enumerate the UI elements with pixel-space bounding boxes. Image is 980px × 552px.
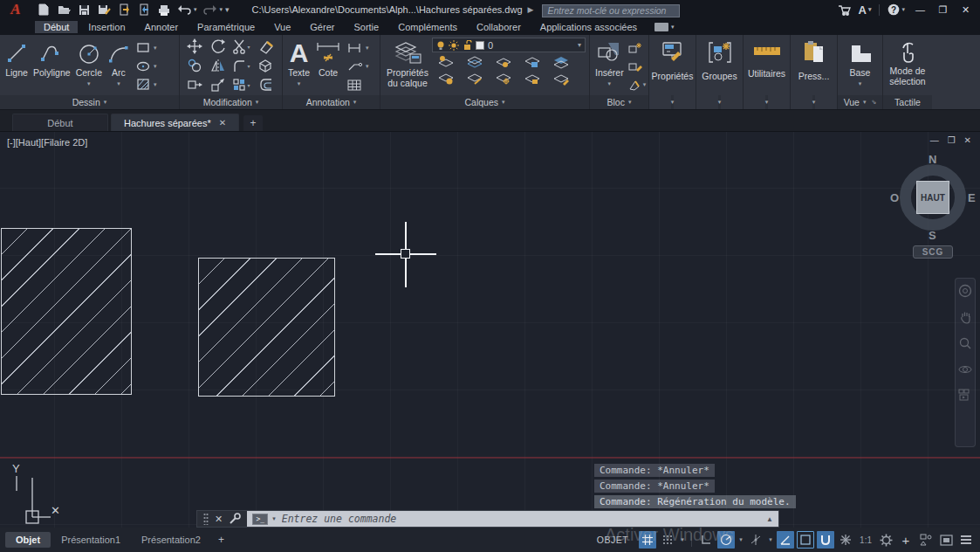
- polar-dropdown-icon[interactable]: ▾: [737, 536, 744, 543]
- layout-tab-presentation2[interactable]: Présentation2: [131, 532, 211, 548]
- new-file-icon[interactable]: [37, 3, 51, 17]
- panel-utilitaires-footer[interactable]: ▾: [765, 95, 769, 109]
- viewport-close-icon[interactable]: ✕: [964, 135, 971, 145]
- file-tab-close-icon[interactable]: ✕: [219, 118, 226, 128]
- layer-tool-icon[interactable]: [466, 55, 483, 69]
- plot-icon[interactable]: [157, 3, 171, 17]
- search-input[interactable]: [542, 4, 680, 17]
- fillet-button[interactable]: ▾: [232, 58, 250, 73]
- viewcube-south[interactable]: S: [929, 229, 936, 242]
- showmotion-icon[interactable]: [958, 389, 972, 401]
- tab-complements[interactable]: Compléments: [389, 21, 466, 33]
- offset-button[interactable]: [257, 77, 273, 93]
- isolate-objects-icon[interactable]: [917, 531, 935, 549]
- save-icon[interactable]: [77, 3, 91, 17]
- tab-parametrique[interactable]: Paramétrique: [188, 21, 264, 33]
- autocad-logo-icon[interactable]: A: [0, 0, 31, 19]
- trim-button[interactable]: ▾: [232, 38, 250, 54]
- polar-tracking-toggle[interactable]: [717, 531, 735, 549]
- customization-plus-icon[interactable]: +: [897, 531, 915, 549]
- tab-sortie[interactable]: Sortie: [345, 21, 387, 33]
- panel-dessin-footer[interactable]: Dessin▾: [0, 95, 179, 109]
- insert-block-button[interactable]: Insérer ▾: [593, 38, 627, 91]
- line-button[interactable]: Ligne: [3, 38, 31, 79]
- tab-debut[interactable]: Début: [35, 21, 78, 33]
- new-drawing-tab-button[interactable]: +: [243, 115, 263, 131]
- arc-button[interactable]: Arc ▾: [105, 38, 133, 91]
- text-button[interactable]: A Texte ▾: [285, 38, 312, 91]
- save-to-mobile-icon[interactable]: [137, 3, 151, 17]
- tab-vue[interactable]: Vue: [265, 21, 299, 33]
- pan-icon[interactable]: [959, 310, 972, 324]
- viewcube-west[interactable]: O: [890, 191, 899, 204]
- redo-icon[interactable]: [203, 3, 217, 17]
- autodesk-account-icon[interactable]: A▾: [859, 3, 872, 17]
- base-view-button[interactable]: Base ▾: [845, 38, 876, 91]
- open-file-icon[interactable]: [57, 3, 71, 17]
- command-input[interactable]: [280, 512, 762, 526]
- hatched-rectangle-1[interactable]: [1, 228, 132, 395]
- command-close-icon[interactable]: ✕: [215, 514, 223, 525]
- panel-pressepapiers-footer[interactable]: ▾: [812, 95, 816, 109]
- orbit-icon[interactable]: [958, 362, 972, 376]
- navigation-wheel-icon[interactable]: [958, 284, 972, 298]
- panel-groupes-footer[interactable]: ▾: [718, 95, 722, 109]
- dynamic-input-toggle[interactable]: [777, 531, 794, 549]
- tab-applications-associees[interactable]: Applications associées: [531, 21, 646, 33]
- tab-insertion[interactable]: Insertion: [79, 21, 134, 33]
- viewport-restore-icon[interactable]: ❐: [948, 135, 956, 145]
- drawing-canvas[interactable]: [-][Haut][Filaire 2D] — ❐ ✕ N S O E HAUT…: [0, 132, 980, 528]
- command-input-field[interactable]: >_ ▾ ▲: [247, 511, 778, 527]
- viewcube[interactable]: N S O E HAUT: [889, 154, 977, 241]
- object-snap-toggle[interactable]: [817, 531, 834, 549]
- command-prompt-dropdown-icon[interactable]: ▾: [272, 515, 276, 522]
- zoom-icon[interactable]: [958, 336, 972, 350]
- hatch-button[interactable]: ▾: [136, 76, 157, 93]
- layer-properties-button[interactable]: Propriétés du calque: [383, 38, 432, 90]
- tab-collaborer[interactable]: Collaborer: [468, 21, 530, 33]
- panel-launcher-icon[interactable]: ⇘: [871, 99, 876, 106]
- define-attributes-button[interactable]: ▾: [628, 76, 647, 93]
- snap-dropdown-icon[interactable]: ▾: [679, 536, 686, 543]
- create-block-button[interactable]: [628, 39, 647, 57]
- layer-tool-icon[interactable]: [524, 55, 541, 69]
- restore-button[interactable]: ❐: [935, 3, 950, 17]
- circle-dropdown-icon[interactable]: ▾: [87, 79, 91, 89]
- panel-proprietes[interactable]: Propriétés ▾: [649, 35, 696, 109]
- minimize-button[interactable]: —: [913, 3, 928, 17]
- edit-block-button[interactable]: [628, 58, 647, 75]
- close-button[interactable]: ✕: [958, 3, 973, 17]
- arc-dropdown-icon[interactable]: ▾: [117, 79, 120, 89]
- undo-icon[interactable]: [177, 3, 191, 17]
- layer-tool-icon[interactable]: [552, 55, 570, 69]
- viewcube-top-face[interactable]: HAUT: [916, 181, 949, 214]
- layer-tool-icon[interactable]: [495, 72, 512, 86]
- app-store-cart-icon[interactable]: [838, 4, 851, 16]
- open-from-mobile-icon[interactable]: [117, 3, 131, 17]
- layer-tool-icon[interactable]: [437, 55, 455, 69]
- file-tab-debut[interactable]: Début: [12, 114, 108, 131]
- insert-dropdown-icon[interactable]: ▾: [608, 79, 612, 89]
- base-dropdown-icon[interactable]: ▾: [859, 79, 862, 89]
- hatched-rectangle-2[interactable]: [198, 258, 335, 397]
- panel-modification-footer[interactable]: Modification▾: [180, 95, 282, 109]
- help-icon[interactable]: ?▾: [887, 3, 905, 16]
- panel-groupes[interactable]: Groupes ▾: [696, 35, 744, 109]
- file-tab-hachures[interactable]: Hachures séparées*✕: [111, 114, 239, 131]
- object-snap-tracking-toggle[interactable]: [747, 531, 764, 549]
- panel-vue-footer[interactable]: Vue▾⇘: [838, 95, 882, 109]
- layer-tool-icon[interactable]: [524, 72, 541, 86]
- layer-tool-icon[interactable]: [552, 72, 570, 86]
- viewport-minimize-icon[interactable]: —: [930, 135, 939, 145]
- annotation-scale-label[interactable]: 1:1: [857, 535, 874, 545]
- erase-button[interactable]: [257, 38, 273, 54]
- snap-toggle[interactable]: [659, 531, 676, 549]
- layer-tool-icon[interactable]: [495, 55, 512, 69]
- customization-menu-icon[interactable]: [957, 531, 975, 549]
- stretch-button[interactable]: [187, 77, 202, 93]
- selection-cycling-toggle[interactable]: [797, 531, 814, 549]
- path-arrow-icon[interactable]: ▶: [528, 5, 534, 14]
- mirror-button[interactable]: [210, 58, 226, 73]
- customize-wrench-icon[interactable]: [229, 513, 241, 525]
- panel-pressepapiers[interactable]: Press... ▾: [791, 35, 838, 109]
